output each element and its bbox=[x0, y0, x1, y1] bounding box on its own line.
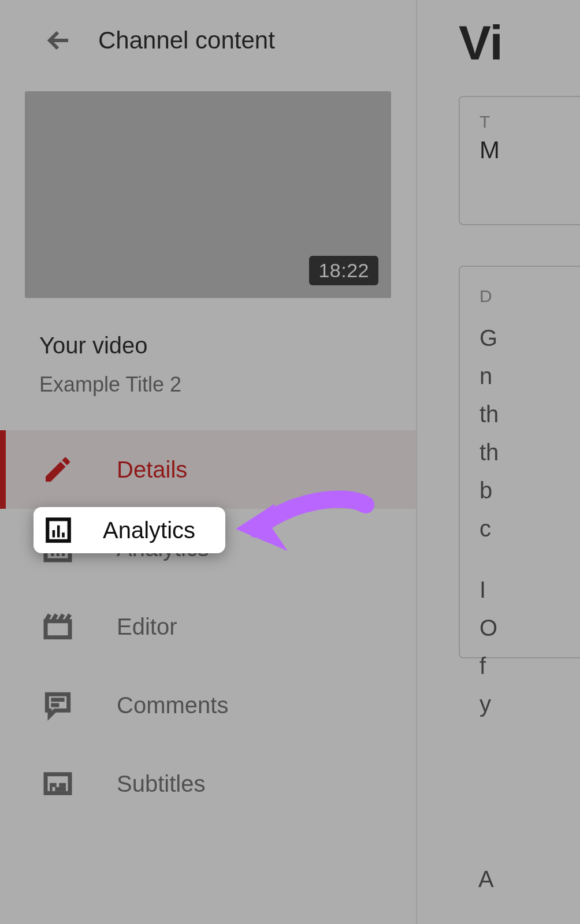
nav-label-subtitles: Subtitles bbox=[117, 771, 205, 797]
title-field-value: M bbox=[479, 136, 580, 164]
sidebar-item-editor[interactable]: Editor bbox=[0, 587, 416, 666]
video-section-label: Your video bbox=[39, 333, 416, 359]
below-text: A bbox=[478, 866, 494, 892]
nav-label-editor: Editor bbox=[117, 614, 177, 640]
video-title: Example Title 2 bbox=[39, 372, 416, 397]
nav-label-details: Details bbox=[117, 457, 187, 483]
back-button[interactable] bbox=[43, 24, 75, 57]
nav-label-comments: Comments bbox=[117, 692, 228, 718]
svg-rect-14 bbox=[57, 526, 60, 538]
video-duration-badge: 18:22 bbox=[309, 256, 378, 285]
description-field[interactable]: D Gnththbc IOfy bbox=[459, 266, 580, 658]
comment-icon bbox=[42, 689, 74, 721]
arrow-left-icon bbox=[45, 27, 73, 54]
svg-rect-15 bbox=[62, 532, 65, 537]
svg-rect-13 bbox=[53, 530, 55, 538]
title-field-label: T bbox=[479, 112, 580, 132]
pencil-icon bbox=[42, 453, 74, 486]
analytics-icon bbox=[44, 516, 73, 545]
highlight-label: Analytics bbox=[103, 517, 195, 543]
sidebar: Channel content 18:22 Your video Example… bbox=[0, 0, 417, 924]
main-heading: Vi bbox=[459, 15, 503, 71]
main-content: Vi T M D Gnththbc IOfy A bbox=[418, 0, 580, 924]
svg-rect-4 bbox=[46, 621, 70, 638]
clapperboard-icon bbox=[42, 610, 74, 643]
highlight-analytics[interactable]: Analytics bbox=[34, 507, 225, 553]
page-title: Channel content bbox=[98, 27, 275, 54]
sidebar-header: Channel content bbox=[0, 0, 416, 57]
description-para-1: Gnththbc bbox=[479, 319, 580, 547]
title-field[interactable]: T M bbox=[459, 96, 580, 225]
video-meta: Your video Example Title 2 bbox=[0, 298, 416, 397]
video-thumbnail[interactable]: 18:22 bbox=[25, 91, 391, 298]
annotation-arrow bbox=[230, 487, 380, 568]
sidebar-item-subtitles[interactable]: Subtitles bbox=[0, 744, 416, 823]
sidebar-item-comments[interactable]: Comments bbox=[0, 666, 416, 744]
subtitles-icon bbox=[42, 767, 74, 800]
description-para-2: IOfy bbox=[479, 571, 580, 723]
description-field-label: D bbox=[479, 282, 580, 311]
